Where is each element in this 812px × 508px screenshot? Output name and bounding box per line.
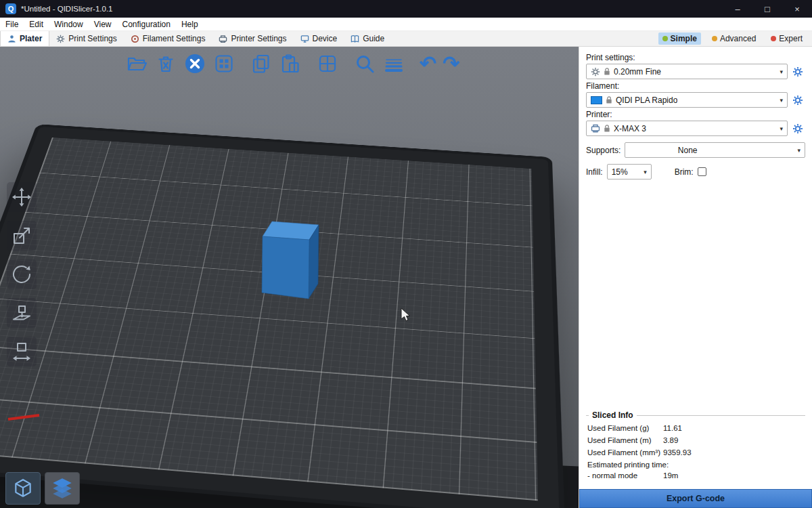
tab-plater[interactable]: Plater [0,31,49,46]
preview-view-button[interactable] [45,472,80,505]
scale-icon [12,226,32,246]
print-settings-gear-button[interactable] [790,64,805,79]
mode-switcher: Simple Advanced Expert [658,33,812,45]
viewport-3d[interactable]: ↶ ↷ [0,47,579,508]
printer-select[interactable]: X-MAX 3 ▾ [586,121,788,136]
export-gcode-button[interactable]: Export G-code [579,489,812,508]
delete-all-button[interactable] [183,52,206,75]
title-bar: Q *Untitled - QIDISlicer-1.0.1 – □ × [0,0,812,18]
infill-select[interactable]: 15% ▾ [607,164,652,179]
measure-tool-button[interactable] [7,337,37,366]
printer-icon [219,35,227,43]
search-icon [355,54,375,74]
tab-label: Filament Settings [143,34,206,43]
tab-guide[interactable]: Guide [344,31,391,46]
printing-time-label: Estimated printing time: [587,461,804,469]
menu-file[interactable]: File [0,18,24,30]
lock-icon [604,125,610,133]
printer-icon [591,124,600,133]
guide-book-icon [351,35,359,43]
gear-icon [56,35,65,43]
tab-label: Print Settings [68,34,116,43]
cube-view-icon [12,478,34,499]
mode-expert[interactable]: Expert [767,33,807,45]
plater-icon [7,35,16,43]
close-button[interactable]: × [782,0,812,18]
brim-label: Brim: [675,167,694,177]
tab-label: Plater [20,34,42,43]
menu-window[interactable]: Window [49,18,89,30]
menu-configuration[interactable]: Configuration [117,18,176,30]
mode-label: Advanced [720,34,756,43]
tab-bar: Plater Print Settings Filament Settings … [0,31,812,47]
filament-value: QIDI PLA Rapido [616,96,677,105]
delete-button[interactable] [154,52,177,75]
menu-bar: File Edit Window View Configuration Help [0,18,812,31]
move-icon [12,187,32,207]
printer-label: Printer: [586,110,805,119]
filament-color-swatch [591,96,602,104]
filament-select[interactable]: QIDI PLA Rapido ▾ [586,92,788,108]
mode-simple[interactable]: Simple [658,33,701,45]
monitor-icon [300,35,309,43]
rotate-icon [12,264,32,284]
place-on-face-tool-button[interactable] [7,298,37,328]
gear-icon [792,66,803,77]
sliced-info-row: Used Filament (mm³) 9359.93 [587,448,804,457]
delete-all-icon [184,53,206,75]
sliced-info-panel: Sliced Info Used Filament (g) 11.61 Used… [586,415,805,486]
lock-icon [606,96,612,104]
scale-tool-button[interactable] [7,221,37,251]
chevron-down-icon: ▾ [780,125,783,132]
minimize-button[interactable]: – [723,0,752,18]
filament-gear-button[interactable] [790,93,805,108]
chevron-down-icon: ▾ [797,147,800,154]
menu-view[interactable]: View [89,18,117,30]
redo-button[interactable]: ↷ [443,54,459,74]
tab-print-settings[interactable]: Print Settings [49,31,123,46]
mode-advanced[interactable]: Advanced [708,33,760,45]
print-settings-value: 0.20mm Fine [614,67,661,77]
rotate-tool-button[interactable] [7,259,37,289]
menu-edit[interactable]: Edit [24,18,49,30]
tab-filament-settings[interactable]: Filament Settings [124,31,212,46]
layer-lines-icon [384,54,404,74]
copy-button[interactable] [250,52,273,75]
sliced-info-title: Sliced Info [589,410,637,420]
supports-select[interactable]: None ▾ [625,142,805,158]
chevron-down-icon: ▾ [644,169,647,175]
settings-sidebar: Print settings: 0.20mm Fine ▾ Filament: … [579,47,812,508]
undo-button[interactable]: ↶ [420,54,436,74]
variable-layer-height-button[interactable] [382,52,405,75]
move-tool-button[interactable] [7,182,37,212]
open-button[interactable] [125,52,148,75]
flatten-icon [12,303,32,323]
arrange-icon [214,54,234,74]
menu-help[interactable]: Help [176,18,204,30]
infill-value: 15% [612,167,628,177]
editor-view-button[interactable] [5,472,41,505]
split-button[interactable] [316,52,339,75]
window-title: *Untitled - QIDISlicer-1.0.1 [21,5,113,13]
sliced-info-row: Used Filament (m) 3.89 [587,436,804,444]
open-folder-icon [127,54,147,74]
printer-gear-button[interactable] [790,121,805,136]
brim-checkbox[interactable] [698,167,706,176]
tab-label: Guide [363,34,384,43]
search-button[interactable] [353,52,376,75]
advanced-mode-dot-icon [712,36,717,41]
paste-icon [280,54,300,74]
simple-mode-dot-icon [662,36,668,41]
tab-printer-settings[interactable]: Printer Settings [212,31,293,46]
layers-preview-icon [50,477,74,500]
paste-button[interactable] [279,52,302,75]
infill-label: Infill: [586,167,603,177]
mode-label: Simple [671,34,697,43]
gizmo-toolbar [7,182,37,366]
tab-device[interactable]: Device [294,31,344,46]
print-settings-select[interactable]: 0.20mm Fine ▾ [586,64,788,79]
print-settings-label: Print settings: [586,53,805,62]
chevron-down-icon: ▾ [780,68,783,75]
maximize-button[interactable]: □ [752,0,782,18]
arrange-button[interactable] [212,52,235,75]
